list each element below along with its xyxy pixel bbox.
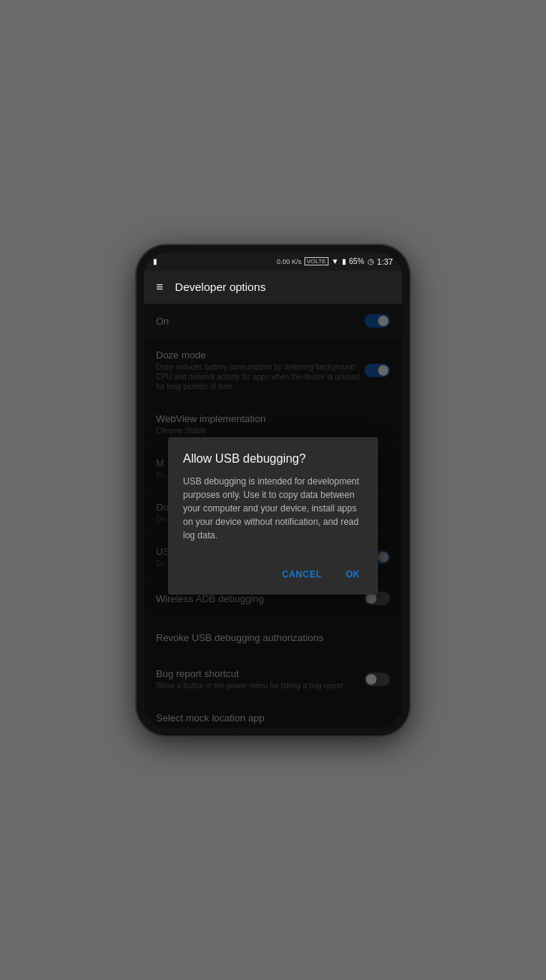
- signal-icon: ▮: [342, 257, 346, 265]
- status-bar: ▮ 0.00 K/s VOLTE ▼ ▮ 65% ◷ 1:37: [144, 253, 402, 271]
- dialog-title: Allow USB debugging?: [168, 437, 378, 475]
- dialog-ok-button[interactable]: OK: [337, 563, 369, 586]
- battery-level: 65%: [350, 257, 364, 265]
- clock: 1:37: [377, 257, 393, 266]
- settings-content: On Doze mode Doze reduces battery consum…: [144, 304, 402, 728]
- phone-device: ▮ 0.00 K/s VOLTE ▼ ▮ 65% ◷ 1:37 ≡ Develo…: [136, 245, 410, 736]
- app-bar: ≡ Developer options: [144, 271, 402, 304]
- dialog-cancel-button[interactable]: CANCEL: [273, 563, 331, 586]
- network-speed: 0.00 K/s: [277, 258, 302, 265]
- sim-icon: ▮: [153, 257, 158, 265]
- alarm-icon: ◷: [368, 257, 374, 265]
- usb-debug-dialog: Allow USB debugging? USB debugging is in…: [168, 437, 378, 595]
- page-title: Developer options: [175, 280, 266, 293]
- dialog-overlay: Allow USB debugging? USB debugging is in…: [144, 304, 402, 728]
- wifi-icon: ▼: [332, 257, 339, 265]
- status-left: ▮: [153, 257, 158, 265]
- phone-screen: ▮ 0.00 K/s VOLTE ▼ ▮ 65% ◷ 1:37 ≡ Develo…: [144, 253, 402, 728]
- dialog-actions: CANCEL OK: [168, 557, 378, 595]
- volte-badge: VOLTE: [304, 257, 328, 265]
- dialog-body: USB debugging is intended for developmen…: [168, 475, 378, 557]
- status-right: 0.00 K/s VOLTE ▼ ▮ 65% ◷ 1:37: [277, 257, 393, 266]
- hamburger-icon[interactable]: ≡: [156, 280, 163, 294]
